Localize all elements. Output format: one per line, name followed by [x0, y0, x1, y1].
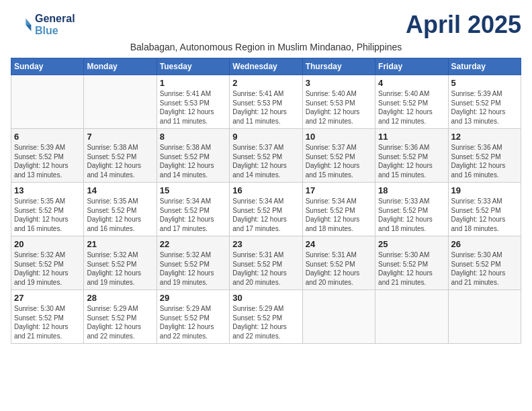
day-number: 4 — [378, 78, 445, 88]
calendar-cell: 25Sunrise: 5:30 AM Sunset: 5:52 PM Dayli… — [375, 236, 448, 290]
day-number: 21 — [87, 239, 153, 249]
day-number: 20 — [14, 239, 81, 249]
logo-icon — [11, 14, 32, 36]
calendar-cell: 7Sunrise: 5:38 AM Sunset: 5:52 PM Daylig… — [84, 129, 157, 183]
calendar-cell: 29Sunrise: 5:29 AM Sunset: 5:52 PM Dayli… — [157, 290, 229, 344]
day-info: Sunrise: 5:32 AM Sunset: 5:52 PM Dayligh… — [87, 250, 153, 287]
calendar-cell — [84, 75, 157, 129]
day-info: Sunrise: 5:31 AM Sunset: 5:52 PM Dayligh… — [306, 250, 372, 287]
day-info: Sunrise: 5:33 AM Sunset: 5:52 PM Dayligh… — [378, 197, 445, 233]
calendar-cell: 2Sunrise: 5:41 AM Sunset: 5:53 PM Daylig… — [230, 75, 302, 129]
day-number: 6 — [14, 132, 81, 142]
day-number: 25 — [378, 239, 445, 249]
calendar-week-1: 1Sunrise: 5:41 AM Sunset: 5:53 PM Daylig… — [11, 75, 521, 129]
column-header-wednesday: Wednesday — [230, 58, 302, 75]
day-number: 8 — [160, 132, 226, 142]
column-header-saturday: Saturday — [448, 58, 521, 75]
month-title: April 2025 — [406, 11, 521, 39]
calendar-cell — [448, 290, 521, 344]
day-number: 17 — [306, 185, 372, 195]
calendar-cell: 3Sunrise: 5:40 AM Sunset: 5:53 PM Daylig… — [302, 75, 375, 129]
calendar-week-3: 13Sunrise: 5:35 AM Sunset: 5:52 PM Dayli… — [11, 183, 521, 236]
calendar-cell: 12Sunrise: 5:36 AM Sunset: 5:52 PM Dayli… — [448, 129, 521, 183]
day-info: Sunrise: 5:32 AM Sunset: 5:52 PM Dayligh… — [14, 250, 81, 287]
day-number: 7 — [87, 132, 153, 142]
calendar-cell: 14Sunrise: 5:35 AM Sunset: 5:52 PM Dayli… — [84, 183, 157, 236]
day-number: 22 — [160, 239, 226, 249]
calendar-cell: 24Sunrise: 5:31 AM Sunset: 5:52 PM Dayli… — [302, 236, 375, 290]
calendar-cell: 19Sunrise: 5:33 AM Sunset: 5:52 PM Dayli… — [448, 183, 521, 236]
calendar-week-4: 20Sunrise: 5:32 AM Sunset: 5:52 PM Dayli… — [11, 236, 521, 290]
calendar-cell — [375, 290, 448, 344]
calendar-cell — [302, 290, 375, 344]
calendar-cell: 30Sunrise: 5:29 AM Sunset: 5:52 PM Dayli… — [230, 290, 302, 344]
day-info: Sunrise: 5:33 AM Sunset: 5:52 PM Dayligh… — [451, 197, 518, 233]
day-number: 15 — [160, 185, 226, 195]
calendar-cell: 18Sunrise: 5:33 AM Sunset: 5:52 PM Dayli… — [375, 183, 448, 236]
day-info: Sunrise: 5:35 AM Sunset: 5:52 PM Dayligh… — [14, 197, 81, 233]
day-number: 27 — [14, 293, 81, 303]
day-info: Sunrise: 5:34 AM Sunset: 5:52 PM Dayligh… — [160, 197, 226, 233]
day-number: 29 — [160, 293, 226, 303]
day-info: Sunrise: 5:37 AM Sunset: 5:52 PM Dayligh… — [232, 143, 299, 179]
calendar-cell — [11, 75, 84, 129]
calendar-cell: 21Sunrise: 5:32 AM Sunset: 5:52 PM Dayli… — [84, 236, 157, 290]
column-header-tuesday: Tuesday — [157, 58, 229, 75]
day-info: Sunrise: 5:35 AM Sunset: 5:52 PM Dayligh… — [87, 197, 153, 233]
page-header: General Blue April 2025 — [11, 11, 521, 39]
logo-text: General Blue — [35, 13, 75, 37]
calendar-cell: 5Sunrise: 5:39 AM Sunset: 5:52 PM Daylig… — [448, 75, 521, 129]
day-info: Sunrise: 5:36 AM Sunset: 5:52 PM Dayligh… — [378, 143, 445, 179]
calendar-week-2: 6Sunrise: 5:39 AM Sunset: 5:52 PM Daylig… — [11, 129, 521, 183]
calendar-cell: 1Sunrise: 5:41 AM Sunset: 5:53 PM Daylig… — [157, 75, 229, 129]
day-info: Sunrise: 5:29 AM Sunset: 5:52 PM Dayligh… — [232, 304, 299, 340]
day-info: Sunrise: 5:30 AM Sunset: 5:52 PM Dayligh… — [451, 250, 518, 287]
day-info: Sunrise: 5:41 AM Sunset: 5:53 PM Dayligh… — [232, 89, 299, 126]
day-info: Sunrise: 5:36 AM Sunset: 5:52 PM Dayligh… — [451, 143, 518, 179]
svg-marker-1 — [26, 25, 31, 32]
calendar-cell: 22Sunrise: 5:32 AM Sunset: 5:52 PM Dayli… — [157, 236, 229, 290]
day-info: Sunrise: 5:38 AM Sunset: 5:52 PM Dayligh… — [87, 143, 153, 179]
calendar-cell: 10Sunrise: 5:37 AM Sunset: 5:52 PM Dayli… — [302, 129, 375, 183]
day-info: Sunrise: 5:40 AM Sunset: 5:53 PM Dayligh… — [306, 89, 372, 126]
calendar-cell: 11Sunrise: 5:36 AM Sunset: 5:52 PM Dayli… — [375, 129, 448, 183]
logo: General Blue — [11, 13, 75, 37]
day-info: Sunrise: 5:38 AM Sunset: 5:52 PM Dayligh… — [160, 143, 226, 179]
column-header-monday: Monday — [84, 58, 157, 75]
day-info: Sunrise: 5:39 AM Sunset: 5:52 PM Dayligh… — [14, 143, 81, 179]
day-number: 18 — [378, 185, 445, 195]
column-header-friday: Friday — [375, 58, 448, 75]
day-number: 5 — [451, 78, 518, 88]
calendar-header-row: SundayMondayTuesdayWednesdayThursdayFrid… — [11, 58, 521, 75]
day-info: Sunrise: 5:39 AM Sunset: 5:52 PM Dayligh… — [451, 89, 518, 126]
day-info: Sunrise: 5:34 AM Sunset: 5:52 PM Dayligh… — [306, 197, 372, 233]
day-number: 13 — [14, 185, 81, 195]
calendar-cell: 26Sunrise: 5:30 AM Sunset: 5:52 PM Dayli… — [448, 236, 521, 290]
day-info: Sunrise: 5:30 AM Sunset: 5:52 PM Dayligh… — [378, 250, 445, 287]
calendar-cell: 6Sunrise: 5:39 AM Sunset: 5:52 PM Daylig… — [11, 129, 84, 183]
calendar-cell: 8Sunrise: 5:38 AM Sunset: 5:52 PM Daylig… — [157, 129, 229, 183]
day-info: Sunrise: 5:41 AM Sunset: 5:53 PM Dayligh… — [160, 89, 226, 126]
column-header-thursday: Thursday — [302, 58, 375, 75]
day-number: 16 — [232, 185, 299, 195]
day-number: 1 — [160, 78, 226, 88]
day-number: 12 — [451, 132, 518, 142]
day-number: 11 — [378, 132, 445, 142]
day-info: Sunrise: 5:30 AM Sunset: 5:52 PM Dayligh… — [14, 304, 81, 340]
day-number: 14 — [87, 185, 153, 195]
day-info: Sunrise: 5:32 AM Sunset: 5:52 PM Dayligh… — [160, 250, 226, 287]
day-number: 30 — [232, 293, 299, 303]
day-number: 9 — [232, 132, 299, 142]
day-number: 23 — [232, 239, 299, 249]
calendar-cell: 28Sunrise: 5:29 AM Sunset: 5:52 PM Dayli… — [84, 290, 157, 344]
calendar-cell: 23Sunrise: 5:31 AM Sunset: 5:52 PM Dayli… — [230, 236, 302, 290]
day-info: Sunrise: 5:29 AM Sunset: 5:52 PM Dayligh… — [87, 304, 153, 340]
calendar-cell: 27Sunrise: 5:30 AM Sunset: 5:52 PM Dayli… — [11, 290, 84, 344]
day-number: 2 — [232, 78, 299, 88]
calendar-cell: 9Sunrise: 5:37 AM Sunset: 5:52 PM Daylig… — [230, 129, 302, 183]
day-number: 28 — [87, 293, 153, 303]
day-number: 19 — [451, 185, 518, 195]
calendar-table: SundayMondayTuesdayWednesdayThursdayFrid… — [11, 58, 521, 344]
calendar-cell: 4Sunrise: 5:40 AM Sunset: 5:52 PM Daylig… — [375, 75, 448, 129]
day-number: 24 — [306, 239, 372, 249]
